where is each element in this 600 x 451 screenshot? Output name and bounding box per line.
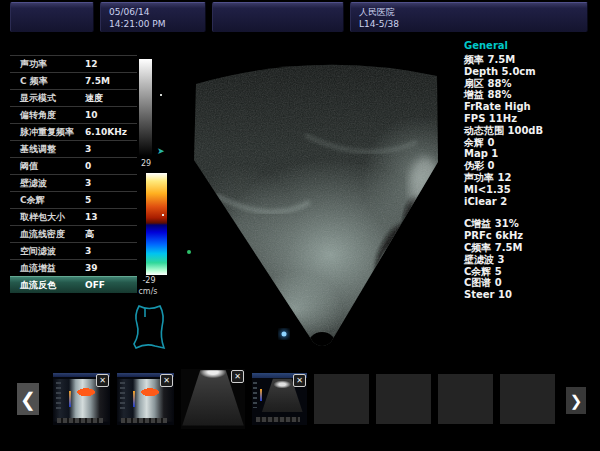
- info-line: C图谱 0: [464, 277, 596, 289]
- info-group-gap: [464, 207, 596, 218]
- date-text: 05/06/14: [109, 6, 205, 18]
- parameter-row[interactable]: C余辉 5: [10, 191, 137, 208]
- focus-marker-dot: [187, 250, 191, 254]
- chevron-left-icon: ❮: [20, 388, 36, 410]
- hospital-name: 人民医院: [359, 6, 587, 18]
- color-mode-info-list: C增益 31%PRFc 6kHzC频率 7.5M壁滤波 3C余辉 5C图谱 0S…: [464, 218, 596, 301]
- parameter-label: 显示模式: [20, 92, 82, 105]
- velocity-min-label: -29: [137, 276, 161, 285]
- parameter-label: 声功率: [20, 58, 82, 71]
- parameter-row[interactable]: 血流线密度 高: [10, 225, 137, 242]
- info-line: MI<1.35: [464, 184, 596, 196]
- ultrasound-image-area: [185, 40, 447, 355]
- imaging-info-panel: General 频率 7.5MDepth 5.0cm扇区 88%增益 88%Fr…: [464, 40, 596, 301]
- parameter-label: 取样包大小: [20, 211, 82, 224]
- info-line: Depth 5.0cm: [464, 66, 596, 78]
- info-line: PRFc 6kHz: [464, 230, 596, 242]
- info-line: 伪彩 0: [464, 160, 596, 172]
- thumbnail[interactable]: ✕: [252, 373, 307, 425]
- info-line: FPS 11Hz: [464, 113, 596, 125]
- thumbnail-close-icon[interactable]: ✕: [160, 374, 173, 387]
- time-text: 14:21:00 PM: [109, 18, 205, 30]
- thumbnail-close-icon[interactable]: ✕: [293, 374, 306, 387]
- parameter-value: 13: [85, 212, 98, 222]
- parameter-row[interactable]: 血流反色 OFF: [10, 276, 137, 293]
- parameter-value: OFF: [85, 280, 105, 290]
- topbar-cell-blank: [10, 2, 94, 32]
- parameter-value: 12: [85, 59, 98, 69]
- prev-page-button[interactable]: ❮: [17, 383, 39, 415]
- thumbnail[interactable]: ✕: [181, 369, 245, 429]
- parameter-label: 基线调整: [20, 143, 82, 156]
- thumbnail[interactable]: ✕: [376, 374, 431, 424]
- parameter-row[interactable]: 基线调整 3: [10, 140, 137, 157]
- parameter-label: C余辉: [20, 194, 82, 207]
- thumbnail-close-icon[interactable]: ✕: [96, 374, 109, 387]
- parameter-value: 3: [85, 178, 91, 188]
- parameter-row[interactable]: 偏转角度 10: [10, 106, 137, 123]
- info-line: 声功率 12: [464, 172, 596, 184]
- parameter-row[interactable]: 脉冲重复频率 6.10KHz: [10, 123, 137, 140]
- parameter-label: 偏转角度: [20, 109, 82, 122]
- velocity-unit-label: cm/s: [133, 287, 163, 296]
- parameter-row[interactable]: 空间滤波 3: [10, 242, 137, 259]
- parameter-row[interactable]: 阈值 0: [10, 157, 137, 174]
- doppler-color-bar: [146, 173, 167, 275]
- parameter-label: 壁滤波: [20, 177, 82, 190]
- parameter-row[interactable]: 取样包大小 13: [10, 208, 137, 225]
- info-line: Steer 10: [464, 289, 596, 301]
- chevron-right-icon: ❯: [570, 392, 583, 410]
- info-line: 频率 7.5M: [464, 54, 596, 66]
- parameter-value: 速度: [85, 92, 103, 105]
- ultrasound-screen: 05/06/14 14:21:00 PM 人民医院 L14-5/38 声功率 1…: [0, 0, 600, 451]
- parameter-row[interactable]: 声功率 12: [10, 55, 137, 72]
- thumbnail[interactable]: ✕: [438, 374, 493, 424]
- preset-title: General: [464, 40, 596, 52]
- info-line: 动态范围 100dB: [464, 125, 596, 137]
- parameter-value: 39: [85, 263, 98, 273]
- parameter-value: 高: [85, 228, 94, 241]
- thumbnail[interactable]: ✕: [53, 373, 110, 425]
- grayscale-bar: [139, 59, 152, 156]
- parameter-value: 7.5M: [85, 76, 110, 86]
- info-line: C余辉 5: [464, 266, 596, 278]
- velocity-max-label: 29: [138, 159, 154, 168]
- probe-model: L14-5/38: [359, 18, 587, 30]
- next-page-button[interactable]: ❯: [566, 387, 586, 414]
- parameter-panel: 声功率 12 C 频率 7.5M 显示模式 速度 偏转角度 10 脉冲重复频率 …: [10, 55, 137, 293]
- parameter-row[interactable]: 显示模式 速度: [10, 89, 137, 106]
- parameter-value: 5: [85, 195, 91, 205]
- parameter-label: 血流增益: [20, 262, 82, 275]
- info-line: C增益 31%: [464, 218, 596, 230]
- parameter-value: 3: [85, 246, 91, 256]
- thumbnail[interactable]: ✕: [117, 373, 174, 425]
- info-line: FrRate High: [464, 101, 596, 113]
- probe-position-dot: [282, 332, 287, 337]
- topbar-datetime: 05/06/14 14:21:00 PM: [100, 2, 206, 32]
- top-bar: 05/06/14 14:21:00 PM 人民医院 L14-5/38: [10, 2, 588, 32]
- grayscale-marker-dot: [160, 94, 162, 96]
- ultrasound-image: [185, 40, 447, 355]
- parameter-row[interactable]: C 频率 7.5M: [10, 72, 137, 89]
- info-line: C频率 7.5M: [464, 242, 596, 254]
- parameter-label: 空间滤波: [20, 245, 82, 258]
- parameter-label: C 频率: [20, 75, 82, 88]
- thumbnail-strip: ✕ ✕ ✕ ✕ ✕ ✕ ✕ ✕: [53, 367, 555, 431]
- thumbnail[interactable]: ✕: [314, 374, 369, 424]
- parameter-row[interactable]: 壁滤波 3: [10, 174, 137, 191]
- body-marker-icon: [130, 301, 172, 351]
- thumbnail[interactable]: ✕: [500, 374, 555, 424]
- info-line: 余辉 0: [464, 137, 596, 149]
- parameter-label: 血流反色: [20, 279, 82, 292]
- info-line: 增益 88%: [464, 89, 596, 101]
- parameter-row[interactable]: 血流增益 39: [10, 259, 137, 276]
- thumbnail-close-icon[interactable]: ✕: [231, 370, 244, 383]
- colorbar-marker-dot: [162, 214, 164, 216]
- parameter-value: 6.10KHz: [85, 127, 127, 137]
- info-line: iClear 2: [464, 196, 596, 208]
- info-line: Map 1: [464, 148, 596, 160]
- parameter-value: 3: [85, 144, 91, 154]
- topbar-cell-blank2: [212, 2, 344, 32]
- b-mode-info-list: 频率 7.5MDepth 5.0cm扇区 88%增益 88%FrRate Hig…: [464, 54, 596, 207]
- parameter-label: 血流线密度: [20, 228, 82, 241]
